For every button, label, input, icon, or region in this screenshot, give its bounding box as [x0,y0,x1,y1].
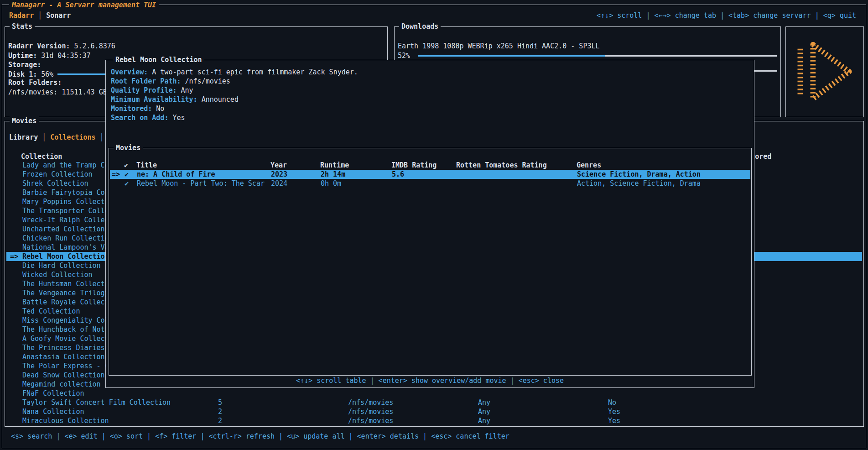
uptime-line: Uptime:31d 04:35:37 [8,51,91,60]
modal-field-label: Quality Profile: [111,86,177,94]
collection-cell: 2 [218,416,222,425]
collection-row[interactable]: Taylor Swift Concert Film Collection5/nf… [6,398,862,407]
modal-field: Minimum Availability:Announced [111,95,239,104]
collection-name: Wreck-It Ralph Collec [22,215,109,225]
collection-row[interactable]: Nana Collection2/nfs/moviesAnyYes [6,407,862,416]
modal-field-value: Yes [172,114,185,122]
collection-cell: /nfs/movies [348,398,393,407]
collection-name: The Polar Express - C [22,361,109,371]
download-percent: 52% [398,51,410,60]
download-item-name: Earth 1998 1080p WEBRip x265 Hindi AAC2.… [398,42,600,51]
root-folder-line: /nfs/movies: 11511.43 GB [8,88,107,97]
stats-title: Stats [10,22,35,31]
collection-name: Ted Collection [22,307,80,316]
collection-name: Frozen Collection [22,170,93,179]
collection-name: The Princess Diaries [22,343,105,352]
movie-cell: Action, Science Fiction, Drama [577,179,701,188]
modal-field-label: Overview: [111,68,148,76]
bottom-help: <s> search | <e> edit | <o> sort | <f> f… [11,432,509,441]
collection-name: Chicken Run Collectio [22,234,109,243]
movie-cell: 2024 [271,179,287,188]
modal-footer: <↑↓> scroll table | <enter> show overvie… [106,376,754,385]
collection-cell: Any [478,398,490,407]
movie-cell: ✔ [125,170,129,179]
uptime-value: 31d 04:35:37 [41,52,90,60]
modal-field-value: Any [181,86,193,94]
download-gauge [418,55,777,57]
collection-row[interactable]: FNaF Collection [6,389,862,398]
modal-field-label: Minimum Availability: [111,95,198,104]
movie-row[interactable]: ✔Rebel Moon - Part Two: The Scar20240h 0… [110,179,750,188]
movie-cell: 0h 0m [321,179,341,188]
collection-name: The Transporter Colle [22,206,109,215]
selected-row-prefix: => [10,252,22,261]
movie-cell: Science Fiction, Drama, Action [577,170,701,179]
collection-cell: No [608,398,616,407]
collection-name: FNaF Collection [22,389,84,398]
collection-cell: 5 [218,398,222,407]
movies-table-rows: =>✔ne: A Child of Fire20232h 14m5.6Scien… [109,148,751,375]
collection-name: Die Hard Collection [22,261,101,270]
movie-cell: 5.6 [392,170,404,179]
collection-name: Taylor Swift Concert Film Collection [22,398,171,407]
download-gauge-fill [418,55,605,57]
disk-percent: 56% [41,70,53,78]
version-label: Radarr Version: [8,42,70,50]
logo-panel [785,26,864,117]
disk-line: Disk 1:56% [8,70,53,79]
modal-field: Search on Add:Yes [111,113,185,122]
collection-name: Uncharted Collection [22,225,105,234]
selected-row-prefix: => [112,170,120,179]
modal-field-label: Monitored: [111,105,152,113]
collection-cell: /nfs/movies [348,407,393,416]
collection-name: The Hunchback of Notr [22,325,109,334]
collection-name: Battle Royale Collect [22,298,109,307]
collection-cell: Yes [608,407,620,416]
storage-label: Storage: [8,60,41,69]
modal-field: Overview:A two-part sci-fi epic from fil… [111,68,358,77]
disk-label: Disk 1: [8,70,37,78]
modal-field-value: /nfs/movies [185,77,230,85]
movie-cell: Rebel Moon - Part Two: The Scar [137,179,265,188]
servarr-tabs: Radarr│Sonarr [9,11,71,20]
app-root: Managarr - A Servarr management TUI Rada… [0,0,868,450]
collection-name: A Goofy Movie Collect [22,334,109,343]
managarr-logo-icon [793,35,857,108]
collection-name: Miss Congeniality Col [22,316,109,325]
movie-cell: 2h 14m [321,170,345,179]
collection-name: Rebel Moon Collection [22,252,109,261]
movies-table-panel: Movies ✔TitleYearRuntimeIMDB RatingRotte… [109,148,752,376]
collection-cell: Yes [608,416,620,425]
collection-details-modal: Rebel Moon Collection Overview:A two-par… [105,60,754,388]
version-value: 5.2.6.8376 [74,42,115,50]
servarr-tab-sonarr[interactable]: Sonarr [46,11,71,20]
modal-field: Quality Profile:Any [111,86,193,95]
movie-cell: 2023 [271,170,287,179]
collection-cell: /nfs/movies [348,416,393,425]
collection-cell: Any [478,416,490,425]
modal-field-label: Root Folder Path: [111,77,181,85]
collection-cell: Any [478,407,490,416]
collection-name: Mary Poppins Collecti [22,197,109,206]
modal-field-value: Announced [202,95,239,104]
tab-separator: │ [34,11,46,20]
app-title: Managarr - A Servarr management TUI [9,0,159,10]
collection-cell: 2 [218,407,222,416]
collection-name: Nana Collection [22,407,84,416]
root-folders-label: Root Folders: [8,78,62,87]
collection-name: Anastasia Collection [22,352,105,361]
modal-field: Root Folder Path:/nfs/movies [111,77,230,86]
collection-name: Shrek Collection [22,179,88,188]
servarr-tab-radarr[interactable]: Radarr [9,11,34,20]
collection-name: Miraculous Collection [22,416,109,425]
version-line: Radarr Version:5.2.6.8376 [8,42,115,51]
movie-row[interactable]: =>✔ne: A Child of Fire20232h 14m5.6Scien… [110,170,750,179]
uptime-label: Uptime: [8,52,37,60]
movie-cell: ✔ [125,179,129,188]
modal-field-label: Search on Add: [111,114,168,122]
collection-name: The Huntsman Collecti [22,279,109,288]
collection-name: National Lampoon's Va [22,243,109,252]
modal-field: Monitored:No [111,104,164,113]
collection-name: Wicked Collection [22,270,93,279]
collection-row[interactable]: Miraculous Collection2/nfs/moviesAnyYes [6,416,862,425]
